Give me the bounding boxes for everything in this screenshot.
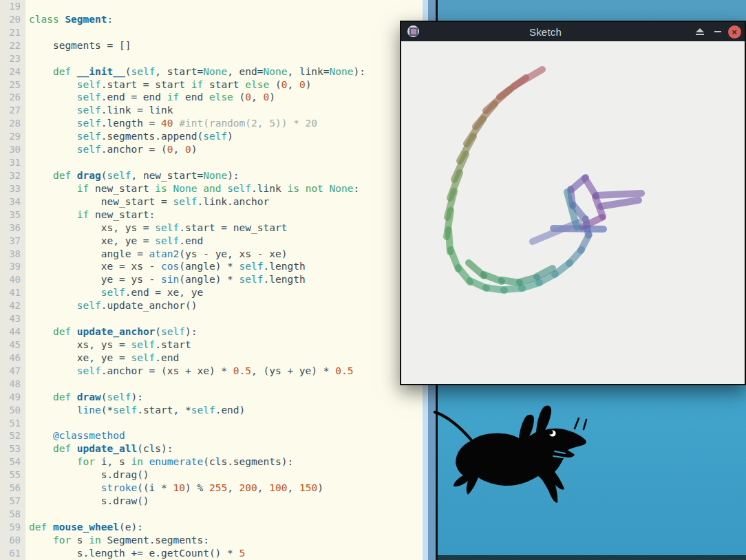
line-number: 20 [0, 13, 25, 26]
mouse-whisker [584, 420, 586, 429]
code-line[interactable]: if new_start is None and self.link is no… [29, 182, 423, 195]
code-line[interactable]: stroke((i * 10) % 255, 200, 100, 150) [29, 482, 423, 495]
code-line[interactable]: def draw(self): [29, 391, 423, 404]
line-number: 34 [0, 195, 25, 208]
code-line[interactable]: for s in Segment.segments: [29, 534, 423, 547]
line-number: 51 [0, 417, 25, 430]
line-number: 54 [0, 455, 25, 469]
line-number: 38 [0, 248, 25, 261]
line-number: 24 [0, 65, 25, 78]
code-line[interactable] [29, 508, 423, 521]
code-line[interactable]: for i, s in enumerate(cls.segments): [29, 455, 423, 469]
line-number: 49 [0, 391, 25, 404]
line-number: 58 [0, 508, 25, 521]
maximize-button[interactable] [691, 22, 709, 41]
line-number: 33 [0, 182, 25, 195]
line-number: 41 [0, 286, 25, 299]
code-line[interactable]: self.end = xe, ye [29, 286, 423, 299]
line-number: 59 [0, 521, 25, 534]
code-line[interactable]: self.start = start if start else (0, 0) [29, 78, 423, 91]
minimize-button[interactable] [709, 22, 727, 41]
code-line[interactable]: def drag(self, new_start=None): [29, 169, 423, 182]
mouse-tail [435, 412, 472, 441]
line-number: 31 [0, 156, 25, 169]
code-line[interactable]: class Segment: [29, 13, 423, 26]
segment-chain-drawing [401, 41, 742, 381]
code-line[interactable]: def update_all(cls): [29, 442, 423, 455]
line-number: 26 [0, 91, 25, 104]
minimize-icon [714, 31, 721, 32]
sketch-segment [596, 193, 641, 195]
code-editor[interactable]: 1920212223242526272829303132333435363738… [0, 0, 423, 560]
code-line[interactable] [29, 378, 423, 391]
code-line[interactable]: s.drag() [29, 469, 423, 482]
close-button[interactable]: × [725, 22, 743, 41]
code-line[interactable]: xe, ye = self.end [29, 352, 423, 365]
sketch-segment [601, 200, 639, 206]
sketch-segment [567, 192, 577, 227]
sketch-titlebar[interactable]: Sketch × [401, 22, 745, 41]
line-number: 57 [0, 495, 25, 508]
sketch-canvas[interactable] [401, 41, 742, 381]
line-number: 28 [0, 117, 25, 130]
mouse-eye-pupil [549, 431, 553, 435]
code-line[interactable]: self.segments.append(self) [29, 130, 423, 143]
code-line[interactable]: self.anchor = (0, 0) [29, 143, 423, 156]
line-number: 39 [0, 260, 25, 273]
close-icon: × [728, 25, 741, 39]
code-area[interactable]: class Segment: segments = [] def __init_… [25, 0, 423, 560]
line-number: 44 [0, 325, 25, 338]
line-number: 37 [0, 235, 25, 248]
code-line[interactable]: def __init__(self, start=None, end=None,… [29, 65, 423, 78]
code-line[interactable]: def update_anchor(self): [29, 325, 423, 338]
code-line[interactable]: def mouse_wheel(e): [29, 521, 423, 534]
line-number: 19 [0, 0, 25, 13]
line-number: 27 [0, 104, 25, 117]
line-number: 52 [0, 429, 25, 442]
line-number: 47 [0, 365, 25, 378]
eject-icon [696, 28, 704, 35]
line-number: 48 [0, 378, 25, 391]
code-line[interactable]: xe, ye = self.end [29, 235, 423, 248]
code-line[interactable]: xs, ys = self.start [29, 338, 423, 352]
code-line[interactable] [29, 26, 423, 39]
code-line[interactable] [29, 417, 423, 430]
line-number: 22 [0, 39, 25, 52]
code-line[interactable]: @classmethod [29, 429, 423, 442]
line-number: 50 [0, 404, 25, 417]
screen: { "window": { "title": "Sketch", "button… [0, 0, 746, 560]
line-number-gutter: 1920212223242526272829303132333435363738… [0, 0, 25, 560]
code-line[interactable] [29, 52, 423, 65]
code-line[interactable]: s.length += e.getCount() * 5 [29, 547, 423, 560]
line-number: 43 [0, 312, 25, 325]
sketch-window: Sketch × [400, 21, 746, 385]
code-line[interactable]: self.link = link [29, 104, 423, 117]
code-line[interactable]: angle = atan2(ys - ye, xs - xe) [29, 248, 423, 261]
code-line[interactable]: self.end = end if end else (0, 0) [29, 91, 423, 104]
line-number: 35 [0, 208, 25, 222]
code-line[interactable]: line(*self.start, *self.end) [29, 404, 423, 417]
line-number: 29 [0, 130, 25, 143]
code-line[interactable]: segments = [] [29, 39, 423, 52]
line-number: 60 [0, 534, 25, 547]
line-number: 32 [0, 169, 25, 182]
code-line[interactable]: if new_start: [29, 208, 423, 222]
mouse-body [454, 406, 586, 503]
code-line[interactable]: self.anchor = (xs + xe) * 0.5, (ys + ye)… [29, 365, 423, 378]
line-number: 55 [0, 469, 25, 482]
code-line[interactable]: ye = ys - sin(angle) * self.length [29, 273, 423, 286]
code-line[interactable] [29, 312, 423, 325]
line-number: 23 [0, 52, 25, 65]
code-line[interactable]: new_start = self.link.anchor [29, 195, 423, 208]
code-line[interactable] [29, 0, 423, 13]
line-number: 46 [0, 352, 25, 365]
code-line[interactable]: xe = xs - cos(angle) * self.length [29, 260, 423, 273]
code-line[interactable]: self.length = 40 #int(random(2, 5)) * 20 [29, 117, 423, 130]
line-number: 45 [0, 338, 25, 352]
code-line[interactable] [29, 156, 423, 169]
mouse-silhouette [434, 399, 619, 509]
code-line[interactable]: xs, ys = self.start = new_start [29, 222, 423, 235]
code-line[interactable]: s.draw() [29, 495, 423, 508]
code-line[interactable]: self.update_anchor() [29, 299, 423, 312]
mouse-whisker [575, 418, 579, 429]
